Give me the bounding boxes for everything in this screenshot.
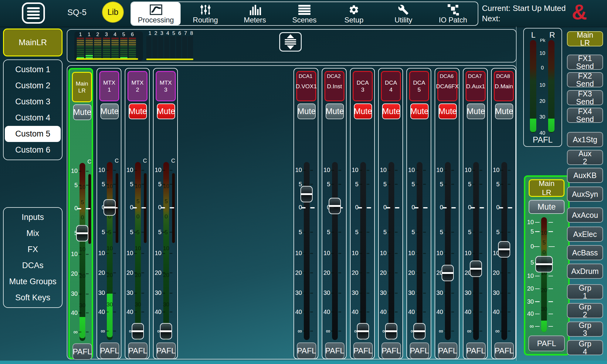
- mix-select-grp-2[interactable]: Grp2: [567, 303, 603, 318]
- sidebar-item-custom-3[interactable]: Custom 3: [5, 94, 61, 110]
- pafl-button[interactable]: PAFL: [494, 342, 514, 359]
- sidebar-item-soft-keys[interactable]: Soft Keys: [5, 290, 61, 306]
- channel-strip-dca-4[interactable]: DCA4Mute1050510203040∞PAFL: [378, 68, 403, 359]
- mute-button[interactable]: Mute: [297, 103, 316, 119]
- channel-strip-mtx-3[interactable]: MTX3MuteC1050510203040∞10505102030PAFL: [153, 68, 178, 359]
- pafl-button[interactable]: PAFL: [325, 342, 344, 359]
- fader-knob[interactable]: [535, 256, 553, 272]
- mix-select-acbass[interactable]: AcBass: [567, 245, 603, 260]
- pafl-button[interactable]: PAFL: [353, 342, 373, 359]
- fader-knob[interactable]: [470, 261, 482, 277]
- channel-strip-dca6[interactable]: DCA6DCA6FXMute1050510203040∞PAFL: [435, 68, 459, 359]
- tab-routing[interactable]: Routing: [181, 2, 230, 25]
- mix-select-axdrum[interactable]: AxDrum: [567, 264, 603, 279]
- fader-knob[interactable]: [413, 323, 426, 339]
- fader-track[interactable]: [417, 162, 422, 340]
- fader-knob[interactable]: [76, 225, 88, 241]
- pafl-button[interactable]: PAFL: [73, 343, 92, 360]
- mute-button[interactable]: Mute: [439, 103, 457, 119]
- pafl-button[interactable]: PAFL: [100, 342, 119, 359]
- mute-button[interactable]: Mute: [382, 103, 400, 119]
- fader-track[interactable]: [332, 162, 338, 340]
- fader-knob[interactable]: [160, 323, 172, 339]
- sidebar-item-dcas[interactable]: DCAs: [5, 258, 61, 274]
- tab-meters[interactable]: Meters: [230, 2, 280, 25]
- tab-setup[interactable]: Setup: [329, 2, 379, 25]
- channel-name-box[interactable]: DCA4: [381, 71, 401, 101]
- pafl-button[interactable]: PAFL: [128, 342, 148, 359]
- channel-strip-dca1[interactable]: DCA1D.VOX1Mute1050510203040∞PAFL: [293, 68, 318, 359]
- sidebar-item-mute-groups[interactable]: Mute Groups: [5, 274, 61, 290]
- pafl-button[interactable]: PAFL: [410, 342, 429, 359]
- mix-select-grp-4[interactable]: Grp4: [567, 340, 603, 355]
- mute-button[interactable]: Mute: [326, 103, 344, 119]
- channel-strip-mtx-1[interactable]: MTX1MuteC1050510203040∞10505102030PAFL: [97, 68, 121, 359]
- mute-button[interactable]: Mute: [157, 103, 175, 119]
- tab-processing[interactable]: Processing: [131, 2, 181, 25]
- channel-name-box[interactable]: MainLR: [529, 179, 565, 197]
- channel-name-box[interactable]: DCA8D.Main: [494, 71, 514, 101]
- channel-strip-dca-5[interactable]: DCA5Mute1050510203040∞PAFL: [406, 68, 431, 359]
- pafl-button[interactable]: PAFL: [381, 342, 401, 359]
- tab-io-patch[interactable]: IO Patch: [428, 2, 478, 25]
- fader-knob[interactable]: [385, 323, 397, 339]
- channel-name-box[interactable]: MTX3: [156, 71, 176, 101]
- pafl-button[interactable]: PAFL: [466, 342, 486, 359]
- channel-name-box[interactable]: MTX1: [99, 71, 119, 101]
- sidebar-item-mainlr[interactable]: MainLR: [3, 29, 63, 56]
- channel-strip-mtx-2[interactable]: MTX2MuteC1050510203040∞10505102030PAFL: [125, 68, 150, 359]
- mute-button[interactable]: Mute: [73, 104, 91, 120]
- channel-name-box[interactable]: DCA3: [353, 71, 373, 101]
- channel-name-box[interactable]: MTX2: [127, 71, 148, 101]
- sidebar-item-custom-1[interactable]: Custom 1: [5, 62, 61, 78]
- pafl-button[interactable]: PAFL: [156, 342, 176, 359]
- mix-select-axacou[interactable]: AxAcou: [567, 207, 603, 223]
- sidebar-item-custom-5[interactable]: Custom 5: [5, 126, 61, 142]
- channel-name-box[interactable]: DCA6DCA6FX: [437, 71, 457, 101]
- fader-knob[interactable]: [329, 198, 341, 214]
- fader-track[interactable]: [473, 162, 479, 340]
- mix-select-fx1-send[interactable]: FX1Send: [567, 55, 603, 70]
- mix-select-grp-1[interactable]: Grp1: [567, 284, 603, 299]
- mute-button[interactable]: Mute: [410, 103, 429, 119]
- channel-strip-dca-3[interactable]: DCA3Mute1050510203040∞PAFL: [350, 68, 375, 359]
- channel-name-box[interactable]: DCA5: [409, 71, 429, 101]
- channel-name-box[interactable]: MainLR: [72, 72, 92, 102]
- mix-select-fx4-send[interactable]: FX4Send: [567, 108, 603, 123]
- mute-button[interactable]: Mute: [495, 103, 513, 119]
- fader-knob[interactable]: [103, 199, 116, 216]
- mix-select-auxkb[interactable]: AuxKB: [567, 168, 603, 183]
- sidebar-item-custom-6[interactable]: Custom 6: [5, 142, 61, 158]
- meter-bank-1[interactable]: 1123456: [74, 31, 143, 61]
- mute-button[interactable]: Mute: [129, 103, 147, 119]
- channel-name-box[interactable]: DCA1D.VOX1: [296, 71, 316, 101]
- mix-select-fx2-send[interactable]: FX2Send: [567, 72, 603, 87]
- mix-select-auxsyn[interactable]: AuxSyn: [567, 187, 603, 202]
- channel-name-box[interactable]: DCA7D.Aux1: [466, 71, 486, 101]
- mix-select-axelec[interactable]: AxElec: [567, 227, 603, 242]
- mix-select-fx3-send[interactable]: FX3Send: [567, 90, 603, 105]
- mute-button[interactable]: Mute: [100, 103, 119, 119]
- menu-icon[interactable]: [22, 2, 45, 24]
- tab-scenes[interactable]: Scenes: [280, 2, 329, 25]
- channel-strip-dca8[interactable]: DCA8D.MainMute1050510203040∞PAFL: [491, 68, 516, 359]
- mute-button[interactable]: Mute: [529, 200, 565, 214]
- fader-knob[interactable]: [132, 323, 144, 339]
- mix-select-main-lr[interactable]: MainLR: [567, 31, 603, 46]
- fader-knob[interactable]: [357, 323, 369, 339]
- tab-utility[interactable]: Utility: [379, 2, 428, 25]
- channel-strip-dca7[interactable]: DCA7D.Aux1Mute1050510203040∞PAFL: [463, 68, 488, 359]
- channel-strip-dca2[interactable]: DCA2D.InstMute1050510203040∞PAFL: [322, 68, 347, 359]
- sidebar-item-inputs[interactable]: Inputs: [5, 209, 61, 225]
- channel-strip-main-lr[interactable]: MainLRMuteC1050510203040∞10505102030PAFL: [68, 68, 93, 359]
- mute-button[interactable]: Mute: [467, 103, 485, 119]
- sidebar-item-custom-4[interactable]: Custom 4: [5, 110, 61, 126]
- fader-track[interactable]: [388, 162, 394, 340]
- channel-name-box[interactable]: DCA2D.Inst: [324, 71, 344, 101]
- mix-select-grp-3[interactable]: Grp3: [567, 322, 603, 337]
- bank-scroll-button[interactable]: [279, 32, 302, 52]
- master-strip-mainlr[interactable]: MainLRMute1050510203040∞10505102030PAFL: [524, 175, 570, 356]
- fader-knob[interactable]: [442, 265, 454, 281]
- pafl-button[interactable]: PAFL: [528, 335, 565, 351]
- fader-track[interactable]: [445, 162, 451, 340]
